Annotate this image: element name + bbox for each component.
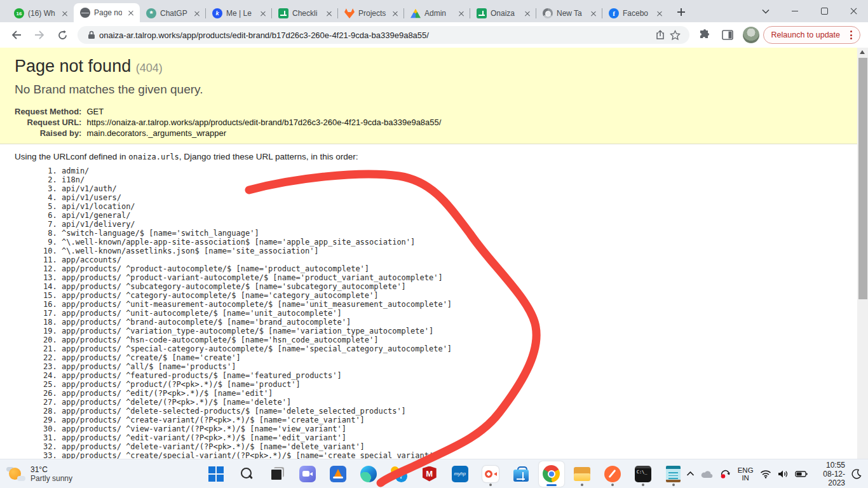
relaunch-to-update-button[interactable]: Relaunch to update [763,26,860,44]
taskbar-icons: ? M myhp C:\_ [203,461,686,487]
side-panel-icon[interactable] [719,26,736,44]
edge-icon [360,466,377,482]
url-pattern-item: app/products/ ^brand-autocomplete/$ [nam… [62,318,868,327]
tab-close-icon[interactable] [456,8,466,18]
tab-close-icon[interactable] [324,8,334,18]
tab-title: Projects [358,9,386,18]
urlconf-info: Using the URLconf defined in onaiza.urls… [0,144,868,459]
tab-close-icon[interactable] [522,8,532,18]
mcafee-shield-icon: M [423,466,437,482]
urlconf-sentence: Using the URLconf defined in onaiza.urls… [15,152,868,161]
tab-close-icon[interactable] [588,8,599,18]
lock-icon[interactable] [84,27,99,43]
onedrive-cloud-icon[interactable] [701,470,714,478]
error-summary: Page not found (404) No Brand matches th… [0,48,857,144]
hidden-icons-chevron[interactable] [686,471,695,477]
search-button[interactable] [234,461,259,487]
tab-close-icon[interactable] [390,8,400,18]
tab-new-tab[interactable]: New Ta [536,4,602,22]
tab-admin[interactable]: Admin [404,4,470,22]
weather-description: Partly sunny [31,474,72,483]
windows-logo-icon [208,466,224,482]
screen-recorder-button[interactable] [478,461,503,487]
share-icon[interactable] [653,27,668,43]
terminal-button[interactable]: C:\_ [630,461,656,487]
tab-onaiza[interactable]: Onaiza [470,4,536,22]
tab-close-icon[interactable] [192,8,202,18]
help-icon: ? [391,466,407,482]
url-pattern-item: app/accounts/ [62,255,868,264]
vertical-scrollbar[interactable] [857,48,868,459]
window-close-button[interactable] [839,0,868,22]
file-explorer-button[interactable] [569,461,595,487]
postman-button[interactable] [600,461,625,487]
tab-title: Onaiza [491,9,519,18]
url-pattern-item: app/products/ ^category-autocomplete/$ [… [62,291,868,300]
browser-menu-kebab-icon[interactable] [845,30,857,39]
command-prompt-icon: C:\_ [635,466,651,482]
sync-update-icon[interactable] [720,469,731,479]
url-text[interactable]: onaiza-ar.talrop.works/app/products/edit… [99,30,653,40]
teams-chat-button[interactable] [295,461,320,487]
tab-projects[interactable]: Projects [338,4,404,22]
tab-checklist[interactable]: Checkli [272,4,338,22]
tab-page-not-found[interactable]: Page no [74,3,140,22]
night-mode-moon-icon[interactable] [851,469,862,479]
minimize-button[interactable] [780,0,810,22]
tab-close-icon[interactable] [654,8,665,18]
tab-me-learn[interactable]: k Me | Le [206,4,272,22]
scrollbar-thumb[interactable] [858,58,867,299]
tab-title: ChatGP [160,9,188,18]
url-pattern-item: app/products/ ^hsn-code-autocomplete/$ [… [62,336,868,344]
tab-close-icon[interactable] [258,8,268,18]
chrome-gray-favicon [543,8,553,18]
tab-facebook[interactable]: f Facebo [602,4,668,22]
volume-icon[interactable] [778,470,789,478]
language-indicator[interactable]: ENG IN [738,466,754,482]
tab-title: New Ta [557,9,585,18]
forward-button[interactable] [31,26,48,44]
tab-search-chevron-icon[interactable] [751,0,780,22]
tab-whatsapp[interactable]: 16 (16) Wh [8,4,74,22]
clock-widget[interactable]: 10:55 08-12-2023 [814,461,845,487]
sheets-favicon [477,8,487,18]
folder-icon [574,467,590,481]
profile-avatar[interactable] [743,27,759,43]
url-pattern-item: app/products/ ^create/$ [name='create'] [62,353,868,362]
wifi-icon[interactable] [760,470,771,478]
reload-button[interactable] [53,26,71,44]
tab-title: (16) Wh [28,9,56,18]
battery-icon[interactable] [795,470,808,478]
vlc-button[interactable] [325,461,351,487]
maximize-button[interactable] [810,0,839,22]
get-help-button[interactable]: ? [386,461,412,487]
tab-close-icon[interactable] [126,8,136,18]
new-tab-button[interactable] [672,3,690,21]
tab-title: Page no [94,8,122,17]
url-pattern-item: app/products/ ^edit/(?P<pk>.*)/$ [name='… [62,389,868,398]
notepad-icon [666,466,681,482]
back-button[interactable] [8,26,25,44]
microsoft-store-button[interactable] [508,461,534,487]
weather-widget[interactable]: 31°C Partly sunny [0,464,128,484]
edge-button[interactable] [356,461,381,487]
url-pattern-item: app/products/ ^create-variant/(?P<pk>.*)… [62,416,868,424]
start-button[interactable] [203,461,229,487]
k-favicon: k [212,8,222,18]
date-text: 08-12-2023 [814,470,845,487]
address-bar[interactable]: onaiza-ar.talrop.works/app/products/edit… [78,26,689,44]
bookmark-star-icon[interactable] [668,27,683,43]
request-method-label: Request Method: [15,107,86,116]
tab-chatgpt[interactable]: * ChatGP [140,4,206,22]
url-pattern-item: app/products/ ^all/$ [name='products'] [62,362,868,371]
task-view-button[interactable] [264,461,290,487]
extensions-puzzle-icon[interactable] [696,26,714,44]
notepad-button[interactable] [661,461,686,487]
chrome-icon [543,465,560,482]
myhp-button[interactable]: myhp [447,461,473,487]
scrollbar-up-arrow-icon[interactable] [860,50,865,54]
url-pattern-item: app/products/ ^unit-measurement-autocomp… [62,300,868,309]
tab-close-icon[interactable] [60,8,70,18]
chrome-button[interactable] [539,461,564,487]
mcafee-button[interactable]: M [417,461,442,487]
